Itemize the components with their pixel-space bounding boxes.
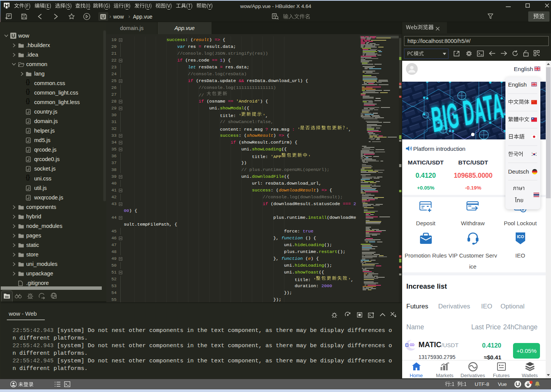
svg-text:M: M (406, 344, 408, 346)
svg-text:ICO: ICO (517, 234, 524, 239)
